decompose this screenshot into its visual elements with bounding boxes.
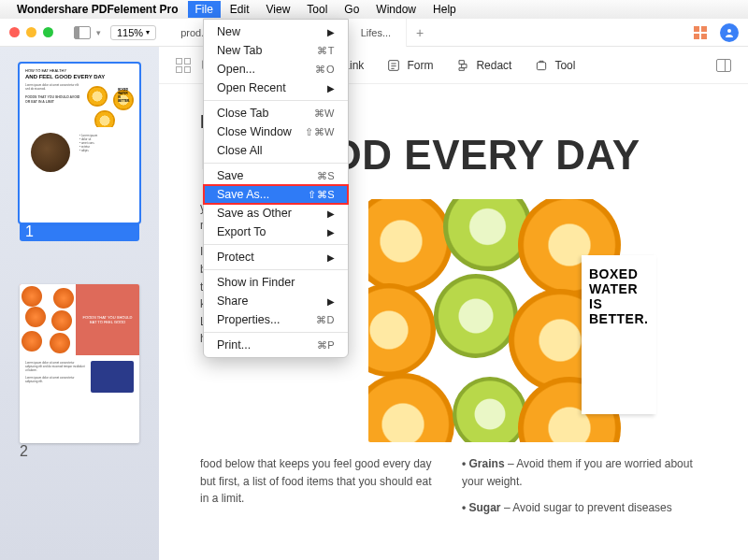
svg-rect-4 [538,62,546,69]
apps-grid-icon[interactable] [694,26,707,39]
menu-item-save[interactable]: Save⌘S [204,166,348,185]
menu-item-new-tab[interactable]: New Tab⌘T [204,41,348,60]
new-tab-button[interactable]: + [407,25,433,40]
menu-item-protect[interactable]: Protect▶ [204,248,348,266]
mac-menubar: Wondershare PDFelement Pro File Edit Vie… [0,0,748,19]
menu-view[interactable]: View [259,1,298,18]
menu-item-share[interactable]: Share▶ [204,292,348,310]
menu-item-print-[interactable]: Print...⌘P [204,336,348,354]
window-controls[interactable] [9,27,53,37]
zoom-selector[interactable]: 115%▾ [110,25,156,40]
thumbnails-view-icon[interactable] [176,58,191,73]
menu-item-save-as-other[interactable]: Save as Other▶ [204,204,348,223]
right-panel-toggle-icon[interactable] [716,59,731,72]
menu-help[interactable]: Help [425,1,464,18]
menu-item-properties-[interactable]: Properties...⌘D [204,310,348,329]
menu-item-open-[interactable]: Open...⌘O [204,60,348,79]
chevron-down-icon[interactable]: ▾ [96,28,101,37]
app-toolbar: ▾ 115%▾ prod... Prod... color2 Lifes... … [0,19,748,47]
thumbnail-panel: HOW TO EAT HEALTHYAND FEEL GOOD EVERY DA… [0,47,159,560]
menu-item-close-all[interactable]: Close All [204,141,348,160]
ribbon-redact[interactable]: Redact [455,58,511,73]
page-thumbnail-2[interactable]: FOODS THAT YOU SHOULD EAT TO FEEL GOOD L… [20,284,139,443]
body-text-2: food below that keeps you feel good ever… [200,455,434,517]
bullet-list: • Grains – Avoid them if you are worried… [462,455,707,517]
ribbon-form[interactable]: Form [386,58,433,73]
menu-item-close-tab[interactable]: Close Tab⌘W [204,104,348,122]
menu-tool[interactable]: Tool [299,1,335,18]
page-thumbnail-1[interactable]: HOW TO EAT HEALTHYAND FEEL GOOD EVERY DA… [20,64,139,223]
file-menu-dropdown: New▶New Tab⌘TOpen...⌘OOpen Recent▶Close … [203,19,349,358]
boxed-water-carton: BOXED WATER IS BETTER. [582,255,656,414]
menu-item-export-to[interactable]: Export To▶ [204,223,348,241]
page-number-2: 2 [20,443,139,460]
menu-edit[interactable]: Edit [223,1,257,18]
app-name: Wondershare PDFelement Pro [17,3,179,16]
menu-item-show-in-finder[interactable]: Show in Finder [204,273,348,292]
menu-go[interactable]: Go [337,1,367,18]
menu-item-open-recent[interactable]: Open Recent▶ [204,79,348,97]
tab-3[interactable]: Lifes... [346,19,407,47]
ribbon-tool[interactable]: Tool [534,58,575,73]
sidebar-toggle-icon[interactable] [74,26,91,39]
user-avatar[interactable] [720,23,739,42]
hero-image: BOXED WATER IS BETTER. [368,199,668,442]
menu-item-save-as-[interactable]: Save As...⇧⌘S [204,185,348,204]
menu-item-new[interactable]: New▶ [204,22,348,41]
svg-point-0 [727,29,731,33]
menu-file[interactable]: File [188,1,221,18]
page-number-1: 1 [20,223,139,241]
menu-item-close-window[interactable]: Close Window⇧⌘W [204,122,348,141]
menu-window[interactable]: Window [368,1,424,18]
